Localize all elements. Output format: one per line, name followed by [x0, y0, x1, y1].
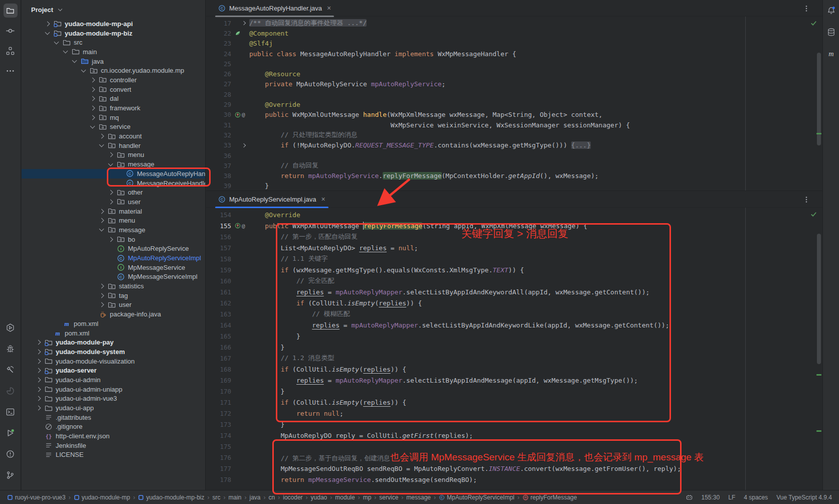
breadcrumb-item[interactable]: ruoyi-vue-pro-vue3: [7, 494, 66, 501]
code-top[interactable]: 17/** 自动回复消息的事件处理器 ...*/22@Component23@S…: [206, 17, 822, 191]
chevron-icon[interactable]: [90, 87, 95, 92]
code-line[interactable]: 30@ public WxMpXmlOutMessage handle(WxMp…: [206, 110, 822, 120]
tree-row[interactable]: yudao-ui-admin-vue3: [22, 394, 205, 404]
chevron-icon[interactable]: [99, 284, 104, 289]
tree-row[interactable]: java: [22, 57, 205, 66]
code-line[interactable]: 176 // 第二步，基于自动回复，创建消息也会调用 MpMessageServ…: [206, 452, 822, 463]
database-button[interactable]: [826, 28, 836, 39]
code-line[interactable]: 167 // 1.2 消息类型: [206, 353, 822, 364]
code-line[interactable]: 177 MpMessageSendOutReqBO sendReqBO = Mp…: [206, 463, 822, 474]
code-line[interactable]: 155@ public WxMpXmlOutMessage replyForMe…: [206, 220, 822, 231]
code-line[interactable]: 39 }: [206, 181, 822, 191]
code-line[interactable]: 160 // 完全匹配: [206, 275, 822, 286]
tree-row[interactable]: yudao-module-mp-api: [22, 19, 205, 29]
code-line[interactable]: 169 replies = mpAutoReplyMapper.selectLi…: [206, 375, 822, 386]
breadcrumb-item[interactable]: main: [229, 494, 242, 501]
tree-row[interactable]: main: [22, 47, 205, 57]
tree-row[interactable]: user: [22, 300, 205, 310]
chevron-icon[interactable]: [45, 21, 50, 26]
tree-row[interactable]: CMpMessageServiceImpl: [22, 272, 205, 282]
tree-row[interactable]: package-info.java: [22, 309, 205, 319]
breadcrumb-item[interactable]: iocoder: [283, 494, 302, 501]
tree-row[interactable]: mq: [22, 113, 205, 122]
tree-row[interactable]: framework: [22, 103, 205, 113]
code-line[interactable]: 163 // 模糊匹配: [206, 308, 822, 319]
code-line[interactable]: 26 @Resource: [206, 69, 822, 79]
breadcrumb-item[interactable]: mreplyForMessage: [523, 494, 577, 501]
chevron-icon[interactable]: [72, 58, 77, 63]
tree-row[interactable]: Jenkinsfile: [22, 441, 205, 450]
code-line[interactable]: 158 // 1.1 关键字: [206, 253, 822, 264]
chevron-icon[interactable]: [36, 396, 41, 401]
chevron-icon[interactable]: [90, 96, 95, 101]
code-line[interactable]: 166 }: [206, 342, 822, 353]
status-item[interactable]: LF: [728, 494, 735, 501]
code-line[interactable]: 171 if (CollUtil.isEmpty(replies)) {: [206, 397, 822, 408]
chevron-icon[interactable]: [108, 161, 113, 166]
tree-row[interactable]: menu: [22, 216, 205, 225]
breadcrumb-item[interactable]: java: [250, 494, 261, 501]
chevron-icon[interactable]: [90, 78, 95, 83]
tree-row[interactable]: yudao-ui-admin-uniapp: [22, 385, 205, 394]
tree-row[interactable]: service: [22, 122, 205, 132]
code-line[interactable]: 164 replies = mpAutoReplyMapper.selectLi…: [206, 319, 822, 330]
chevron-icon[interactable]: [36, 387, 41, 392]
code-line[interactable]: 32 // 只处理指定类型的消息: [206, 130, 822, 140]
tree-row[interactable]: dal: [22, 94, 205, 104]
code-line[interactable]: 28: [206, 89, 822, 99]
build-button[interactable]: [4, 363, 18, 377]
code-line[interactable]: 38 return mpAutoReplyService.replyForMes…: [206, 171, 822, 181]
chevron-icon[interactable]: [108, 237, 113, 242]
chevron-icon[interactable]: [90, 115, 95, 120]
tree-row[interactable]: mpom.xml: [22, 328, 205, 338]
tree-row[interactable]: yudao-module-mp-biz: [22, 29, 205, 38]
code-line[interactable]: 37 // 自动回复: [206, 160, 822, 171]
tree-row[interactable]: yudao-ui-app: [22, 403, 205, 413]
ai-assistant-status[interactable]: [686, 493, 693, 501]
notifications-button[interactable]: [826, 6, 836, 18]
tree-row[interactable]: bo: [22, 235, 205, 244]
code-line[interactable]: 29 @Override: [206, 99, 822, 109]
chevron-icon[interactable]: [90, 123, 95, 128]
inspections-ok-icon[interactable]: [810, 20, 817, 27]
code-line[interactable]: 36: [206, 150, 822, 160]
tree-row[interactable]: CMessageReceiveHandler: [22, 179, 205, 188]
code-line[interactable]: 157 List<MpAutoReplyDO> replies = null;: [206, 242, 822, 253]
code-line[interactable]: 170 }: [206, 386, 822, 397]
tree-row[interactable]: mpom.xml: [22, 319, 205, 328]
terminal-button[interactable]: [4, 405, 18, 419]
chevron-icon[interactable]: [99, 134, 104, 139]
breadcrumb-item[interactable]: message: [406, 494, 431, 501]
code-line[interactable]: 17/** 自动回复消息的事件处理器 ...*/: [206, 18, 822, 28]
tree-row[interactable]: controller: [22, 75, 205, 85]
tree-row[interactable]: material: [22, 207, 205, 216]
tree-row[interactable]: .gitignore: [22, 422, 205, 432]
chevron-icon[interactable]: [36, 368, 41, 373]
project-folder-button[interactable]: [4, 4, 18, 18]
tree-row[interactable]: src: [22, 38, 205, 47]
maven-tool-button[interactable]: m: [826, 49, 836, 61]
breadcrumb-item[interactable]: cn: [269, 494, 275, 501]
tab-message-auto-reply-handler[interactable]: C MessageAutoReplyHandler.java ×: [213, 0, 336, 17]
tree-row[interactable]: user: [22, 197, 205, 207]
chevron-icon[interactable]: [36, 349, 41, 354]
close-icon[interactable]: ×: [321, 195, 325, 203]
problems-button[interactable]: [4, 447, 18, 461]
chevron-icon[interactable]: [63, 49, 68, 54]
chevron-icon[interactable]: [36, 340, 41, 345]
tree-row[interactable]: yudao-module-visualization: [22, 357, 205, 366]
code-line[interactable]: 174 MpAutoReplyDO reply = CollUtil.getFi…: [206, 430, 822, 441]
code-line[interactable]: 156 // 第一步，匹配自动回复: [206, 231, 822, 242]
breadcrumb-item[interactable]: mp: [363, 494, 372, 501]
tree-row[interactable]: message: [22, 159, 205, 169]
scrollbar-thumb[interactable]: [817, 53, 821, 145]
status-item[interactable]: 155:30: [702, 494, 720, 501]
tree-row[interactable]: IMpMessageService: [22, 263, 205, 272]
tree-row[interactable]: yudao-module-pay: [22, 338, 205, 347]
debug-button[interactable]: [4, 342, 18, 356]
tree-row[interactable]: yudao-server: [22, 366, 205, 375]
structure-button[interactable]: [4, 44, 18, 58]
chevron-icon[interactable]: [36, 406, 41, 411]
chevron-icon[interactable]: [54, 39, 59, 44]
fold-icon[interactable]: [242, 21, 246, 25]
